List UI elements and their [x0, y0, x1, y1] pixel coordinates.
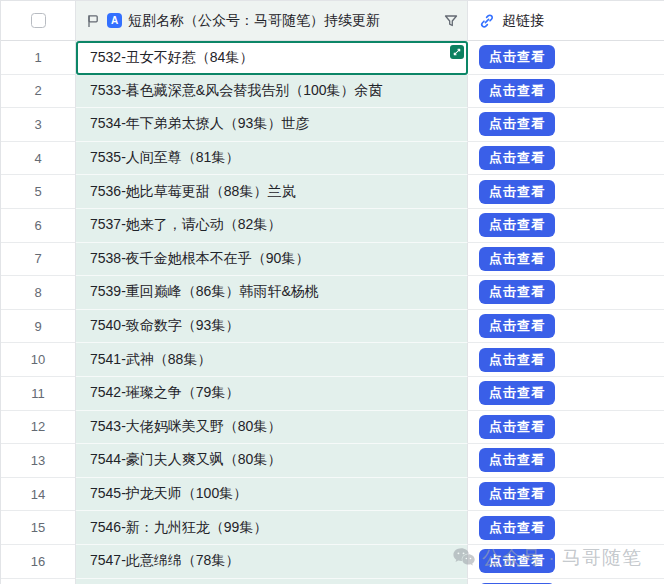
hyperlink-cell: 点击查看 — [468, 209, 664, 243]
row-number[interactable]: 5 — [1, 175, 76, 209]
drama-title: 7546-新：九州狂龙（99集） — [90, 519, 267, 537]
row-number[interactable]: 8 — [1, 276, 76, 310]
hyperlink-cell: 点击查看 — [468, 175, 664, 209]
row-number[interactable]: 12 — [1, 411, 76, 445]
select-all-checkbox[interactable] — [31, 13, 46, 28]
hyperlink-cell: 点击查看 — [468, 579, 664, 584]
view-link-button[interactable]: 点击查看 — [479, 314, 555, 338]
table-row: 67537-她来了，请心动（82集）点击查看 — [1, 209, 664, 243]
view-link-button[interactable]: 点击查看 — [479, 516, 555, 540]
drama-title-cell[interactable]: 7544-豪门夫人爽又飒（80集） — [76, 444, 468, 478]
view-link-button[interactable]: 点击查看 — [479, 146, 555, 170]
drama-title: 7543-大佬妈咪美又野（80集） — [90, 418, 281, 436]
table-row: 107541-武神（88集）点击查看 — [1, 343, 664, 377]
drama-title-cell[interactable]: 7540-致命数字（93集） — [76, 310, 468, 344]
table-row: 57536-她比草莓更甜（88集）兰岚点击查看 — [1, 175, 664, 209]
drama-title: 7544-豪门夫人爽又飒（80集） — [90, 451, 281, 469]
hyperlink-cell: 点击查看 — [468, 310, 664, 344]
row-number[interactable]: 10 — [1, 343, 76, 377]
drama-title-cell[interactable]: 7545-护龙天师（100集） — [76, 478, 468, 512]
table-row: 点击查看 — [1, 579, 664, 584]
drama-title-cell[interactable]: 7546-新：九州狂龙（99集） — [76, 511, 468, 545]
table-row: 17532-丑女不好惹（84集）点击查看 — [1, 41, 664, 75]
select-all-cell — [1, 1, 76, 40]
row-number[interactable] — [1, 579, 76, 584]
table-row: 27533-暮色藏深意&风会替我告别（100集）余茵点击查看 — [1, 75, 664, 109]
view-link-button[interactable]: 点击查看 — [479, 213, 555, 237]
expand-record-icon[interactable] — [450, 45, 464, 59]
row-number[interactable]: 15 — [1, 511, 76, 545]
table-row: 127543-大佬妈咪美又野（80集）点击查看 — [1, 411, 664, 445]
row-number[interactable]: 6 — [1, 209, 76, 243]
drama-title-cell[interactable]: 7547-此意绵绵（78集） — [76, 545, 468, 579]
view-link-button[interactable]: 点击查看 — [479, 247, 555, 271]
table-row: 97540-致命数字（93集）点击查看 — [1, 310, 664, 344]
view-link-button[interactable]: 点击查看 — [479, 415, 555, 439]
row-number[interactable]: 2 — [1, 75, 76, 109]
hyperlink-cell: 点击查看 — [468, 511, 664, 545]
drama-title-cell[interactable]: 7543-大佬妈咪美又野（80集） — [76, 411, 468, 445]
row-number[interactable]: 7 — [1, 243, 76, 277]
drama-title-cell-selected[interactable]: 7532-丑女不好惹（84集） — [76, 41, 468, 75]
view-link-button[interactable]: 点击查看 — [479, 112, 555, 136]
table-row: 77538-夜千金她根本不在乎（90集）点击查看 — [1, 243, 664, 277]
hyperlink-cell: 点击查看 — [468, 411, 664, 445]
hyperlink-cell: 点击查看 — [468, 243, 664, 277]
flag-icon — [85, 13, 101, 29]
table-row: 157546-新：九州狂龙（99集）点击查看 — [1, 511, 664, 545]
drama-title-cell[interactable]: 7537-她来了，请心动（82集） — [76, 209, 468, 243]
view-link-button[interactable]: 点击查看 — [479, 79, 555, 103]
hyperlink-cell: 点击查看 — [468, 545, 664, 579]
row-number[interactable]: 14 — [1, 478, 76, 512]
drama-title-cell[interactable]: 7539-重回巅峰（86集）韩雨轩&杨桃 — [76, 276, 468, 310]
view-link-button[interactable]: 点击查看 — [479, 280, 555, 304]
table-header: A 短剧名称（公众号：马哥随笔）持续更新 超链接 — [1, 1, 664, 41]
row-number[interactable]: 16 — [1, 545, 76, 579]
view-link-button[interactable]: 点击查看 — [479, 180, 555, 204]
row-number[interactable]: 11 — [1, 377, 76, 411]
row-number[interactable]: 3 — [1, 108, 76, 142]
drama-title: 7535-人间至尊（81集） — [90, 149, 239, 167]
hyperlink-cell: 点击查看 — [468, 276, 664, 310]
row-number[interactable]: 4 — [1, 142, 76, 176]
hyperlink-cell: 点击查看 — [468, 444, 664, 478]
view-link-button[interactable]: 点击查看 — [479, 45, 555, 69]
drama-title-cell[interactable]: 7542-璀璨之争（79集） — [76, 377, 468, 411]
table-row: 147545-护龙天师（100集）点击查看 — [1, 478, 664, 512]
table-row: 37534-年下弟弟太撩人（93集）世彦点击查看 — [1, 108, 664, 142]
table-row: 137544-豪门夫人爽又飒（80集）点击查看 — [1, 444, 664, 478]
view-link-button[interactable]: 点击查看 — [479, 482, 555, 506]
drama-title: 7537-她来了，请心动（82集） — [90, 216, 281, 234]
table-row: 47535-人间至尊（81集）点击查看 — [1, 142, 664, 176]
table-body: 17532-丑女不好惹（84集）点击查看27533-暮色藏深意&风会替我告别（1… — [1, 41, 664, 584]
text-field-type-icon: A — [107, 13, 122, 28]
drama-title-cell[interactable]: 7535-人间至尊（81集） — [76, 142, 468, 176]
drama-title: 7532-丑女不好惹（84集） — [90, 49, 253, 67]
drama-title: 7540-致命数字（93集） — [90, 317, 239, 335]
view-link-button[interactable]: 点击查看 — [479, 348, 555, 372]
drama-title: 7538-夜千金她根本不在乎（90集） — [90, 250, 309, 268]
drama-title: 7541-武神（88集） — [90, 351, 211, 369]
hyperlink-cell: 点击查看 — [468, 41, 664, 75]
row-number[interactable]: 1 — [1, 41, 76, 75]
column-header-hyperlink[interactable]: 超链接 — [468, 1, 664, 40]
drama-title-cell[interactable] — [76, 579, 468, 584]
column-header-drama-name[interactable]: A 短剧名称（公众号：马哥随笔）持续更新 — [76, 1, 468, 40]
view-link-button[interactable]: 点击查看 — [479, 381, 555, 405]
view-link-button[interactable]: 点击查看 — [479, 448, 555, 472]
row-number[interactable]: 9 — [1, 310, 76, 344]
link-icon — [479, 13, 495, 29]
drama-title-cell[interactable]: 7541-武神（88集） — [76, 343, 468, 377]
drama-title-cell[interactable]: 7534-年下弟弟太撩人（93集）世彦 — [76, 108, 468, 142]
drama-title: 7547-此意绵绵（78集） — [90, 552, 239, 570]
view-link-button[interactable]: 点击查看 — [479, 549, 555, 573]
drama-title: 7545-护龙天师（100集） — [90, 485, 247, 503]
hyperlink-cell: 点击查看 — [468, 478, 664, 512]
row-number[interactable]: 13 — [1, 444, 76, 478]
drama-title-cell[interactable]: 7538-夜千金她根本不在乎（90集） — [76, 243, 468, 277]
table-row: 87539-重回巅峰（86集）韩雨轩&杨桃点击查看 — [1, 276, 664, 310]
drama-title-cell[interactable]: 7536-她比草莓更甜（88集）兰岚 — [76, 175, 468, 209]
drama-title-cell[interactable]: 7533-暮色藏深意&风会替我告别（100集）余茵 — [76, 75, 468, 109]
spreadsheet: A 短剧名称（公众号：马哥随笔）持续更新 超链接 17532-丑女不好惹（84集… — [0, 0, 664, 584]
filter-icon[interactable] — [443, 13, 459, 29]
